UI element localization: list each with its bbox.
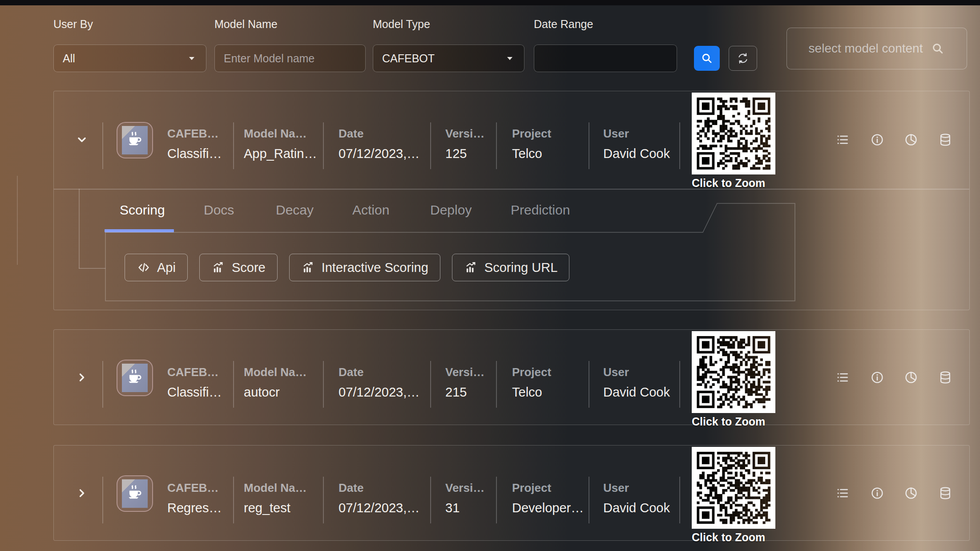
top-edge-strip: [0, 0, 980, 5]
chevron-down-icon: [186, 53, 197, 64]
qr-code[interactable]: Click to Zoom: [692, 447, 775, 544]
info-icon[interactable]: [870, 133, 884, 147]
qr-caption: Click to Zoom: [692, 415, 775, 428]
info-icon[interactable]: [870, 370, 884, 385]
scoring-actions: Api Score Interactive Scoring Scoring UR…: [125, 254, 569, 281]
model-dashboard: User By All Model Name Model Type CAFEBO…: [0, 0, 980, 551]
date-range-label: Date Range: [534, 18, 593, 31]
expand-chevron-right-icon[interactable]: [74, 486, 89, 501]
cell-user: User David Cook: [603, 126, 670, 162]
divider: [102, 361, 103, 408]
qr-code[interactable]: Click to Zoom: [692, 331, 775, 428]
divider: [679, 122, 680, 169]
chart-icon: [464, 260, 478, 275]
cell-model-type: CAFEB… Regres…: [167, 480, 222, 517]
table-row: CAFEB… Regres… Model Na… reg_test Date 0…: [54, 446, 969, 541]
code-icon: [137, 260, 151, 275]
divider: [679, 477, 680, 523]
cell-project: Project Telco: [512, 126, 551, 162]
scoring-url-button[interactable]: Scoring URL: [452, 254, 569, 281]
model-type-icon: [117, 122, 153, 158]
database-icon[interactable]: [938, 486, 952, 500]
coffee-cup-icon: [125, 368, 145, 388]
tab-panel-outline: [53, 188, 970, 310]
cell-model-type: CAFEB… Classifi…: [167, 365, 222, 401]
refresh-icon: [736, 52, 750, 65]
table-row: CAFEB… Classifi… Model Na… autocr Date 0…: [54, 330, 969, 425]
user-by-value: All: [63, 52, 186, 65]
model-card: CAFEB… Classifi… Model Na… autocr Date 0…: [53, 329, 970, 425]
select-model-content-box[interactable]: select model content: [786, 28, 967, 69]
interactive-scoring-button[interactable]: Interactive Scoring: [289, 254, 440, 281]
cell-date: Date 07/12/2023,…: [339, 126, 419, 162]
cell-version: Versi… 125: [445, 126, 484, 162]
divider: [430, 477, 431, 523]
date-range-input[interactable]: [534, 45, 677, 72]
search-icon: [700, 52, 714, 65]
chevron-down-icon: [504, 53, 515, 64]
model-card: CAFEB… Regres… Model Na… reg_test Date 0…: [53, 445, 970, 541]
database-icon[interactable]: [938, 133, 952, 147]
cell-model-name: Model Na… App_Ratin…: [244, 126, 317, 162]
user-by-select[interactable]: All: [53, 45, 206, 72]
pie-chart-icon[interactable]: [904, 370, 918, 385]
divider: [496, 361, 497, 408]
model-type-icon: [117, 475, 153, 512]
search-button[interactable]: [694, 46, 720, 71]
database-icon[interactable]: [938, 370, 952, 385]
divider: [323, 122, 324, 169]
cell-project: Project Developer…: [512, 480, 584, 517]
divider: [496, 122, 497, 169]
table-row: CAFEB… Classifi… Model Na… App_Ratin… Da…: [54, 91, 969, 189]
divider: [102, 122, 103, 169]
cell-date: Date 07/12/2023,…: [339, 365, 419, 401]
cell-date: Date 07/12/2023,…: [339, 480, 419, 517]
chart-icon: [301, 260, 315, 275]
cell-project: Project Telco: [512, 365, 551, 401]
coffee-cup-icon: [125, 130, 145, 150]
cell-version: Versi… 215: [445, 365, 484, 401]
select-model-content-placeholder: select model content: [809, 41, 923, 56]
chart-icon: [211, 260, 226, 275]
expansion-rail-line: [17, 176, 18, 265]
divider: [589, 477, 589, 523]
cell-user: User David Cook: [603, 365, 670, 401]
pie-chart-icon[interactable]: [904, 133, 918, 147]
list-icon[interactable]: [835, 486, 850, 500]
divider: [430, 361, 431, 408]
divider: [679, 361, 680, 408]
list-icon[interactable]: [835, 370, 850, 385]
collapse-chevron-down-icon[interactable]: [74, 132, 89, 147]
expand-chevron-right-icon[interactable]: [74, 370, 89, 385]
pie-chart-icon[interactable]: [904, 486, 918, 500]
divider: [233, 361, 234, 408]
qr-caption: Click to Zoom: [692, 531, 775, 544]
model-type-value: CAFEBOT: [382, 52, 504, 65]
divider: [233, 477, 234, 523]
model-type-select[interactable]: CAFEBOT: [373, 45, 524, 72]
qr-code[interactable]: Click to Zoom: [692, 93, 775, 190]
coffee-cup-icon: [125, 484, 145, 503]
model-type-icon: [117, 360, 153, 396]
divider: [589, 361, 589, 408]
divider: [323, 361, 324, 408]
model-name-input[interactable]: [214, 45, 366, 72]
api-button[interactable]: Api: [125, 254, 188, 281]
divider: [496, 477, 497, 523]
divider: [102, 477, 103, 523]
cell-user: User David Cook: [603, 480, 670, 517]
divider: [323, 477, 324, 523]
list-icon[interactable]: [835, 133, 850, 147]
refresh-button[interactable]: [729, 46, 757, 71]
divider: [430, 122, 431, 169]
qr-caption: Click to Zoom: [692, 177, 775, 190]
search-icon: [931, 41, 945, 56]
info-icon[interactable]: [870, 486, 884, 500]
cell-model-name: Model Na… autocr: [244, 365, 307, 401]
score-button[interactable]: Score: [199, 254, 278, 281]
divider: [589, 122, 589, 169]
model-type-label: Model Type: [373, 18, 430, 31]
cell-model-type: CAFEB… Classifi…: [167, 126, 222, 162]
cell-model-name: Model Na… reg_test: [244, 480, 307, 517]
divider: [233, 122, 234, 169]
